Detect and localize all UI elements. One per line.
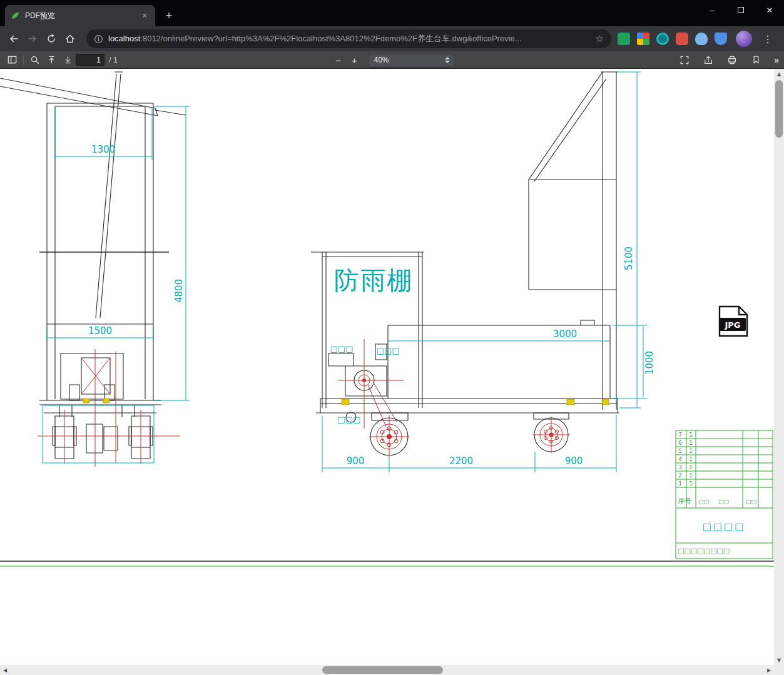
back-button[interactable] [5,30,23,48]
close-button[interactable]: ✕ [755,0,784,20]
side-view: 防雨棚 3000 1000 5100 900 2200 900 □□□ □□□ … [311,72,655,472]
tb-row-qty: 1 [689,472,693,479]
bookmark-star-icon[interactable]: ☆ [596,33,604,44]
zoom-out-button[interactable]: − [330,53,347,68]
ext2-quad [637,33,643,39]
horizontal-scrollbar[interactable]: ◀ ▶ [0,665,774,675]
dim-2200: 2200 [449,455,473,467]
maximize-button[interactable] [726,0,755,20]
toolbar-separator [23,55,24,65]
forward-button[interactable] [24,30,41,48]
extension-icon-2[interactable] [637,33,649,45]
tb-footer-text: □□□□□□□□ [678,547,730,555]
tb-row-qty: 1 [689,440,693,446]
url-text: localhost:8012/onlinePreview?url=http%3A… [108,33,591,44]
tab-bar: PDF预览 ✕ + – ✕ [0,0,784,26]
tb-header-4: □□ [746,499,756,505]
extension-icon-1[interactable] [618,33,630,45]
tb-row-qty: 1 [689,480,693,487]
zoom-in-button[interactable]: + [347,53,363,68]
tb-header-2: □□ [698,499,709,505]
sidebar-toggle-button[interactable] [4,53,20,68]
bookmark-icon [751,55,761,64]
tab-close-icon[interactable]: ✕ [139,10,150,21]
scroll-down-icon[interactable]: ▼ [774,655,784,665]
tb-row-num: 7 [678,432,682,438]
pdf-toolbar: / 1 − + 40% [0,51,784,69]
zoom-value: 40% [374,56,445,64]
zoom-controls: − + 40% [330,51,454,69]
dim-1300: 1300 [91,144,115,155]
tb-row-qty: 1 [689,448,693,454]
rain-shelter-label: 防雨棚 [334,266,413,295]
scroll-up-icon[interactable]: ▲ [774,69,784,79]
zoom-spinner-icon [445,57,450,63]
reload-button[interactable] [43,30,60,48]
profile-avatar[interactable] [736,31,752,47]
extensions-row: ⋮ [618,31,775,47]
arrow-up-icon [47,55,56,64]
home-icon [64,33,76,44]
print-button[interactable] [724,53,740,68]
scroll-left-icon[interactable]: ◀ [0,665,10,675]
fullscreen-icon [680,55,690,65]
dim-900-left: 900 [347,455,365,467]
front-view: 1300 4800 1500 [0,72,190,467]
zoom-select[interactable]: 40% [368,54,454,67]
url-path: :8012/onlinePreview?url=http%3A%2F%2Floc… [140,34,521,43]
glyph-text-2: □□□ [377,346,400,355]
forward-arrow-icon [27,33,38,44]
maximize-icon [738,7,744,13]
next-page-button[interactable] [59,53,76,68]
tb-row-num: 6 [678,440,682,446]
cad-drawing: 1300 4800 1500 [0,69,774,665]
glyph-text-1: □□□ [330,344,354,353]
print-icon [727,55,737,65]
browser-window: PDF预览 ✕ + – ✕ [0,0,784,675]
page-number-input[interactable] [76,54,104,66]
extension-icon-4[interactable] [676,33,688,45]
jpg-file-icon: JPG [720,307,747,336]
new-tab-button[interactable]: + [160,7,178,24]
tb-row-qty: 1 [689,456,693,462]
open-file-button[interactable] [700,53,716,68]
search-icon [30,55,40,65]
open-file-icon [703,55,713,65]
url-host: localhost [108,34,140,43]
toolbar-right-group: » [676,53,779,68]
toolbar-left-group: / 1 [4,53,118,68]
tb-header-seq: 序号 [678,497,691,505]
previous-page-button[interactable] [43,53,59,68]
browser-menu-icon[interactable]: ⋮ [760,33,775,45]
tb-row-num: 4 [678,456,682,462]
home-button[interactable] [61,30,79,48]
dim-5100: 5100 [623,246,634,270]
scroll-right-icon[interactable]: ▶ [764,665,774,675]
tb-header-3: □□ [718,499,729,505]
url-bar[interactable]: localhost:8012/onlinePreview?url=http%3A… [86,29,611,48]
ext2-quad [637,39,643,45]
tb-row-num: 5 [678,448,682,454]
bookmark-button[interactable] [748,53,764,68]
dim-900-right: 900 [565,455,583,467]
page-total-label: / 1 [109,56,118,64]
minimize-button[interactable]: – [698,0,726,20]
back-arrow-icon [8,33,19,44]
presentation-mode-button[interactable] [676,53,693,68]
vertical-scrollbar[interactable]: ▲ ▼ [774,69,784,665]
more-tools-icon[interactable]: » [774,55,779,65]
extension-icon-5[interactable] [695,33,708,45]
find-button[interactable] [27,53,43,68]
leaf-favicon-icon [10,11,20,21]
tb-row-qty: 1 [689,432,693,438]
extension-icon-6[interactable] [715,33,727,45]
extension-icon-3[interactable] [656,33,669,45]
page-info-icon[interactable] [94,34,103,44]
address-bar: localhost:8012/onlinePreview?url=http%3A… [0,26,784,51]
tab-pdf-preview[interactable]: PDF预览 ✕ [5,5,155,26]
tb-row-num: 3 [678,464,682,470]
horizontal-scroll-thumb[interactable] [322,666,443,674]
window-controls: – ✕ [698,0,784,20]
ext2-quad [643,33,649,39]
vertical-scroll-thumb[interactable] [775,80,783,138]
